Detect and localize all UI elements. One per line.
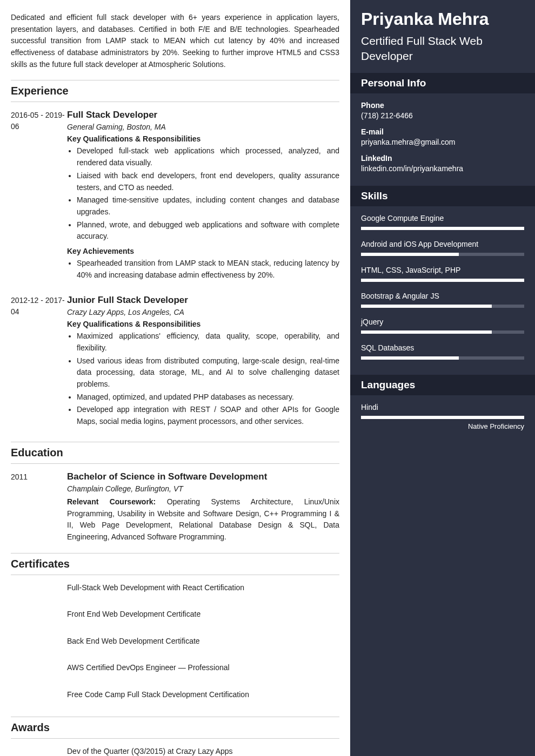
languages-heading: Languages (350, 375, 535, 395)
job-title: Full Stack Developer (67, 110, 339, 120)
language-item: HindiNative Proficiency (361, 403, 524, 430)
skill-item: Android and iOS App Development (361, 240, 524, 256)
summary-text: Dedicated and efficient full stack devel… (11, 12, 339, 70)
skill-bar-fill (361, 253, 459, 256)
experience-entry: 2016-05 - 2019-06Full Stack DeveloperGen… (11, 110, 339, 285)
responsibility-item: Used various ideas from distributed comp… (77, 355, 339, 390)
responsibilities-heading: Key Qualifications & Responsibilities (67, 320, 339, 328)
certificate-entry: AWS Certified DevOps Engineer — Professi… (11, 663, 339, 680)
school-name: Champlain College, Burlington, VT (67, 484, 339, 493)
email-label: E-mail (361, 127, 524, 136)
education-year: 2011 (11, 471, 67, 543)
skill-item: Google Compute Engine (361, 214, 524, 230)
email-value: priyanka.mehra@gmail.com (361, 138, 524, 146)
award-entry: Dev of the Quarter (Q3/2015) at Crazy La… (11, 746, 339, 756)
skill-bar (361, 253, 524, 256)
job-dates: 2012-12 - 2017-04 (11, 295, 67, 432)
skill-name: Google Compute Engine (361, 214, 524, 222)
degree-title: Bachelor of Science in Software Developm… (67, 471, 339, 482)
responsibility-item: Managed time-sensitive updates, includin… (77, 194, 339, 218)
personal-info-heading: Personal Info (350, 73, 535, 93)
linkedin-value: linkedin.com/in/priyankamehra (361, 164, 524, 173)
responsibilities-heading: Key Qualifications & Responsibilities (67, 134, 339, 143)
responsibility-item: Liaised with back end developers, front … (77, 170, 339, 193)
skill-bar-fill (361, 227, 524, 230)
job-title: Junior Full Stack Developer (67, 295, 339, 306)
responsibility-item: Maximized applications' efficiency, data… (77, 330, 339, 354)
linkedin-label: LinkedIn (361, 154, 524, 163)
skill-item: HTML, CSS, JavaScript, PHP (361, 266, 524, 282)
responsibility-item: Planned, wrote, and debugged web applica… (77, 219, 339, 242)
personal-info-block: Phone (718) 212-6466 E-mail priyanka.meh… (350, 93, 535, 186)
skill-name: jQuery (361, 318, 524, 326)
certificate-text: Full-Stack Web Development with React Ce… (67, 583, 339, 593)
skill-name: Bootstrap & Angular JS (361, 292, 524, 300)
language-level: Native Proficiency (361, 422, 524, 430)
skills-heading: Skills (350, 186, 535, 206)
sidebar: Priyanka Mehra Certified Full Stack Web … (350, 0, 535, 756)
certificate-entry: Front End Web Development Certificate (11, 609, 339, 626)
achievements-heading: Key Achievements (67, 247, 339, 255)
skill-item: Bootstrap & Angular JS (361, 292, 524, 308)
skill-item: jQuery (361, 318, 524, 334)
skill-bar (361, 305, 524, 308)
certificate-text: Back End Web Development Certificate (67, 636, 339, 647)
responsibility-item: Developed full-stack web applications wh… (77, 145, 339, 168)
skill-name: Android and iOS App Development (361, 240, 524, 248)
skill-bar-fill (361, 356, 459, 360)
education-entry: 2011 Bachelor of Science in Software Dev… (11, 471, 339, 543)
awards-heading: Awards (11, 717, 339, 739)
certificates-heading: Certificates (11, 553, 339, 575)
skill-name: SQL Databases (361, 343, 524, 352)
coursework-label: Relevant Coursework: (67, 497, 156, 506)
certificate-entry: Free Code Camp Full Stack Development Ce… (11, 690, 339, 707)
skill-item: SQL Databases (361, 343, 524, 360)
person-role: Certified Full Stack Web Developer (350, 33, 535, 73)
award-text: Dev of the Quarter (Q3/2015) at Crazy La… (67, 746, 339, 756)
person-name: Priyanka Mehra (350, 0, 535, 33)
language-name: Hindi (361, 403, 524, 411)
skill-bar-fill (361, 305, 492, 308)
coursework-text: Relevant Coursework: Operating Systems A… (67, 496, 339, 543)
certificate-entry: Back End Web Development Certificate (11, 636, 339, 653)
main-column: Dedicated and efficient full stack devel… (0, 0, 350, 756)
company-name: General Gaming, Boston, MA (67, 123, 339, 131)
responsibility-item: Managed, optimized, and updated PHP data… (77, 392, 339, 403)
certificate-entry: Full-Stack Web Development with React Ce… (11, 583, 339, 600)
phone-label: Phone (361, 101, 524, 110)
company-name: Crazy Lazy Apps, Los Angeles, CA (67, 308, 339, 316)
experience-entry: 2012-12 - 2017-04Junior Full Stack Devel… (11, 295, 339, 432)
language-bar (361, 416, 524, 419)
responsibility-item: Developed app integration with REST / SO… (77, 404, 339, 427)
skill-bar-fill (361, 279, 524, 282)
achievement-item: Spearheaded transition from LAMP stack t… (77, 258, 339, 281)
certificate-text: Front End Web Development Certificate (67, 609, 339, 620)
phone-value: (718) 212-6466 (361, 111, 524, 120)
skill-bar (361, 330, 524, 334)
language-bar-fill (361, 416, 524, 419)
skill-bar (361, 227, 524, 230)
skill-bar-fill (361, 330, 492, 334)
job-dates: 2016-05 - 2019-06 (11, 110, 67, 285)
skill-bar (361, 356, 524, 360)
skill-bar (361, 279, 524, 282)
experience-heading: Experience (11, 80, 339, 102)
certificate-text: AWS Certified DevOps Engineer — Professi… (67, 663, 339, 673)
skill-name: HTML, CSS, JavaScript, PHP (361, 266, 524, 274)
education-heading: Education (11, 442, 339, 464)
certificate-text: Free Code Camp Full Stack Development Ce… (67, 690, 339, 700)
